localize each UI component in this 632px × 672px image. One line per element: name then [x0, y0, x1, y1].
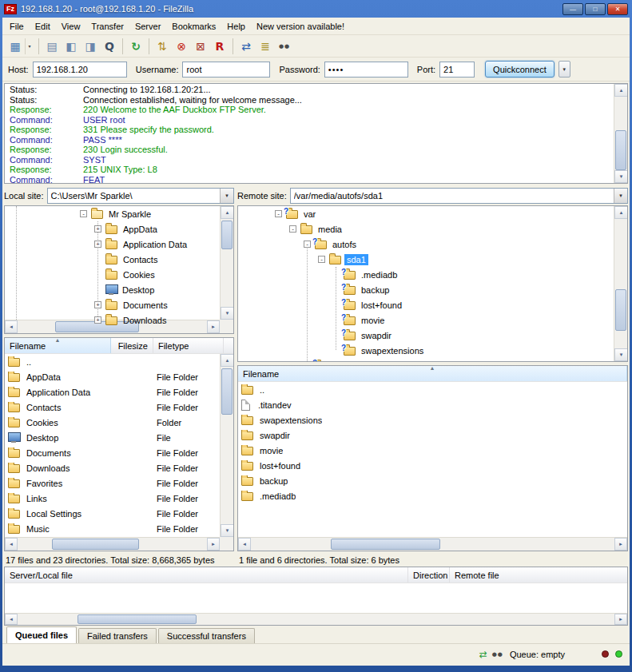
tree-item-cookies[interactable]: Cookies	[5, 267, 233, 282]
file-row-lost-found[interactable]: lost+found	[238, 458, 627, 473]
tree-item-lost-found[interactable]: ?lost+found	[238, 297, 627, 312]
titlebar[interactable]: Fz 192.168.1.20 - root@192.168.1.20 - Fi…	[0, 0, 632, 18]
file-row-backup[interactable]: backup	[238, 473, 627, 488]
file-row-downloads[interactable]: DownloadsFile Folder	[5, 460, 233, 475]
remote-site-combo[interactable]: /var/media/autofs/sda1 ▼	[290, 188, 628, 204]
column-header-server-local-file[interactable]: Server/Local file	[5, 567, 408, 583]
synchronized-browsing-icon[interactable]: ≣	[256, 38, 275, 55]
tab-queued-files[interactable]: Queued files	[6, 626, 77, 643]
file-row-links[interactable]: LinksFile Folder	[5, 491, 233, 506]
find-files-status-icon[interactable]: ●●	[492, 651, 503, 658]
file-row-music[interactable]: MusicFile Folder	[5, 521, 233, 536]
column-header-remote-file[interactable]: Remote file	[450, 567, 627, 583]
file-row-mediadb[interactable]: .mediadb	[238, 488, 627, 503]
site-manager-icon[interactable]: ▦	[6, 38, 25, 55]
local-tree-toggle-icon[interactable]: ◧	[62, 38, 81, 55]
file-row-appdata[interactable]: AppDataFile Folder	[5, 369, 233, 384]
tree-item-contacts[interactable]: Contacts	[5, 252, 233, 267]
scrollbar-thumb[interactable]	[221, 368, 233, 415]
find-files-icon[interactable]: ●●	[275, 38, 294, 55]
queue-toggle-icon[interactable]: Q	[100, 38, 119, 55]
tree-item-movie[interactable]: ?movie	[238, 312, 627, 328]
file-row-documents[interactable]: DocumentsFile Folder	[5, 445, 233, 460]
expand-plus-icon[interactable]: +	[93, 301, 105, 308]
scrollbar-thumb[interactable]	[78, 614, 197, 624]
file-row-desktop[interactable]: DesktopFile	[5, 430, 233, 445]
password-input[interactable]: ••••	[324, 62, 408, 78]
tree-item-downloads[interactable]: +Downloads	[5, 312, 233, 328]
file-row-application-data[interactable]: Application DataFile Folder	[5, 384, 233, 400]
column-header-filename[interactable]: Filename ▲	[5, 338, 111, 353]
file-row-item[interactable]: ..	[238, 382, 627, 397]
tree-item-autofs[interactable]: -?autofs	[238, 237, 627, 252]
file-row-swapextensions[interactable]: swapextensions	[238, 412, 627, 427]
menu-item-edit[interactable]: Edit	[30, 19, 56, 34]
chevron-down-icon[interactable]: ▼	[614, 189, 627, 203]
tree-item-appdata[interactable]: +AppData	[5, 221, 233, 237]
message-log-toggle-icon[interactable]: ▤	[42, 38, 62, 55]
tree-item-var[interactable]: -?var	[238, 206, 627, 221]
tree-item-sda1[interactable]: -sda1	[238, 252, 627, 267]
tree-item-desktop[interactable]: Desktop	[5, 282, 233, 297]
file-row-cookies[interactable]: CookiesFolder	[5, 415, 233, 430]
menu-item-bookmarks[interactable]: Bookmarks	[166, 19, 221, 34]
file-row-local-settings[interactable]: Local SettingsFile Folder	[5, 506, 233, 521]
tree-item-media[interactable]: -media	[238, 221, 627, 237]
tree-item-application-data[interactable]: +Application Data	[5, 237, 233, 252]
remote-tree-toggle-icon[interactable]: ◨	[81, 38, 100, 55]
file-row-movie[interactable]: movie	[238, 443, 627, 458]
column-header-filetype[interactable]: Filetype	[153, 338, 224, 353]
maximize-button[interactable]: □	[585, 3, 606, 15]
chevron-down-icon[interactable]: ▼	[220, 189, 233, 203]
menu-item-new-version-available[interactable]: New version available!	[251, 19, 350, 34]
scroll-left-icon[interactable]: ◄	[5, 538, 18, 551]
scrollbar-thumb[interactable]	[331, 539, 440, 550]
quickconnect-dropdown-button[interactable]: ▼	[558, 61, 570, 78]
queue-horizontal-scrollbar[interactable]: ◄ ►	[5, 613, 627, 625]
scrollbar-track[interactable]	[18, 614, 614, 625]
scrollbar-track[interactable]	[18, 538, 207, 551]
column-header-direction[interactable]: Direction	[408, 567, 450, 583]
local-site-combo[interactable]: C:\Users\Mr Sparkle\ ▼	[47, 188, 234, 204]
cancel-icon[interactable]: ⊗	[172, 38, 191, 55]
site-manager-dropdown-icon[interactable]: ▾	[25, 38, 34, 54]
host-input[interactable]: 192.168.1.20	[33, 62, 127, 78]
menu-item-view[interactable]: View	[56, 19, 86, 34]
file-row-favorites[interactable]: FavoritesFile Folder	[5, 475, 233, 491]
directory-comparison-icon[interactable]: ⇄	[237, 38, 256, 55]
collapse-minus-icon[interactable]: -	[78, 210, 91, 217]
scrollbar-track[interactable]	[251, 538, 614, 551]
column-header-filesize[interactable]: Filesize	[111, 338, 153, 353]
tree-item-mediadb[interactable]: ?.mediadb	[238, 267, 627, 282]
scroll-down-icon[interactable]: ▼	[221, 524, 234, 537]
expand-plus-icon[interactable]: +	[93, 225, 105, 233]
scroll-up-icon[interactable]: ▲	[221, 354, 234, 367]
collapse-minus-icon[interactable]: -	[316, 256, 329, 263]
refresh-icon[interactable]: ↻	[126, 38, 145, 55]
menu-item-transfer[interactable]: Transfer	[85, 19, 129, 34]
scrollbar-thumb[interactable]	[52, 539, 139, 550]
local-list-horizontal-scrollbar[interactable]: ◄ ►	[5, 537, 220, 551]
expand-plus-icon[interactable]: +	[93, 316, 105, 324]
scroll-up-icon[interactable]: ▲	[614, 84, 628, 97]
port-input[interactable]: 21	[439, 62, 475, 78]
remote-list-horizontal-scrollbar[interactable]: ◄ ►	[238, 537, 627, 551]
file-row-contacts[interactable]: ContactsFile Folder	[5, 400, 233, 415]
tree-item-backup[interactable]: ?backup	[238, 282, 627, 297]
local-list-vertical-scrollbar[interactable]: ▲ ▼	[220, 354, 233, 537]
column-header-filename[interactable]: Filename ▲	[238, 366, 627, 381]
quickconnect-button[interactable]: Quickconnect	[485, 61, 554, 78]
file-row-swapdir[interactable]: swapdir	[238, 427, 627, 443]
scrollbar-track[interactable]	[221, 367, 233, 524]
menu-item-server[interactable]: Server	[129, 19, 166, 34]
scroll-down-icon[interactable]: ▼	[614, 170, 628, 183]
file-row-titandev[interactable]: .titandev	[238, 397, 627, 412]
tree-item-swapdir[interactable]: ?swapdir	[238, 328, 627, 343]
username-input[interactable]: root	[182, 62, 270, 78]
tab-failed-transfers[interactable]: Failed transfers	[78, 628, 157, 643]
scroll-right-icon[interactable]: ►	[614, 538, 627, 551]
tree-item-swapextensions[interactable]: ?swapextensions	[238, 343, 627, 358]
scroll-left-icon[interactable]: ◄	[238, 538, 251, 551]
scroll-right-icon[interactable]: ►	[614, 614, 627, 625]
process-queue-icon[interactable]: ⇅	[153, 38, 172, 55]
